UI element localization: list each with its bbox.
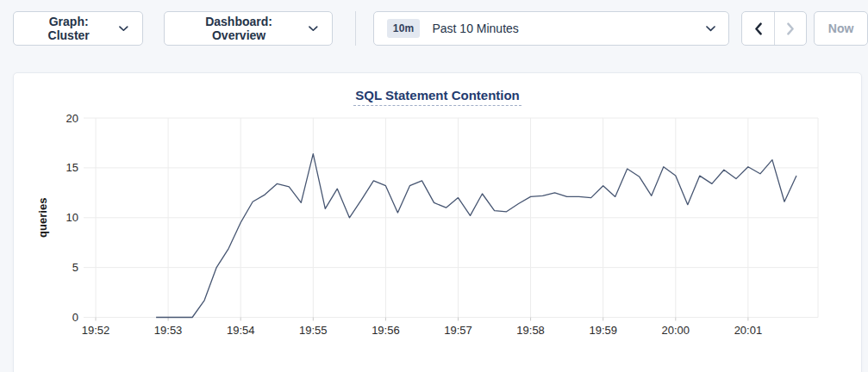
y-tick-label: 0 [72, 311, 78, 324]
y-tick-label: 10 [66, 211, 78, 224]
time-range-badge: 10m [387, 19, 421, 38]
x-tick-label: 19:56 [372, 324, 400, 337]
x-tick-label: 20:00 [662, 324, 690, 337]
time-range-label: Past 10 Minutes [432, 22, 518, 35]
x-tick-label: 20:01 [734, 324, 763, 337]
series-line [156, 154, 796, 318]
graph-dropdown-label: Graph: Cluster [28, 15, 109, 42]
y-tick-label: 20 [66, 112, 78, 125]
chart-title[interactable]: SQL Statement Contention [353, 88, 521, 106]
chevron-down-icon [706, 26, 715, 32]
toolbar-divider [355, 11, 356, 46]
x-tick-label: 19:52 [82, 324, 110, 337]
chevron-right-icon [786, 22, 795, 35]
y-tick-label: 5 [72, 261, 78, 274]
x-tick-label: 19:54 [227, 324, 255, 337]
chart-title-row: SQL Statement Contention [14, 73, 861, 108]
chart-card: SQL Statement Contention 0510152019:5219… [13, 72, 862, 372]
x-tick-label: 19:55 [299, 324, 328, 337]
x-tick-label: 19:58 [516, 324, 545, 337]
dashboard-dropdown-label: Dashboard: Overview [178, 15, 299, 42]
dashboard-dropdown[interactable]: Dashboard: Overview [164, 11, 333, 46]
graph-dropdown[interactable]: Graph: Cluster [13, 11, 143, 46]
time-range-picker[interactable]: 10m Past 10 Minutes [373, 11, 729, 46]
next-time-button[interactable] [774, 12, 806, 45]
chevron-down-icon [119, 26, 128, 32]
now-button[interactable]: Now [814, 11, 868, 46]
x-tick-label: 19:59 [589, 324, 617, 337]
y-axis-label: queries [36, 198, 49, 238]
y-tick-label: 15 [66, 161, 78, 174]
chevron-left-icon [754, 22, 763, 35]
x-tick-label: 19:57 [444, 324, 472, 337]
chevron-down-icon [309, 26, 318, 32]
x-tick-label: 19:53 [154, 324, 183, 337]
line-chart: 0510152019:5219:5319:5419:5519:5619:5719… [14, 108, 863, 359]
time-nav-group [741, 11, 807, 46]
toolbar: Graph: Cluster Dashboard: Overview 10m P… [0, 0, 868, 46]
prev-time-button[interactable] [742, 12, 774, 45]
